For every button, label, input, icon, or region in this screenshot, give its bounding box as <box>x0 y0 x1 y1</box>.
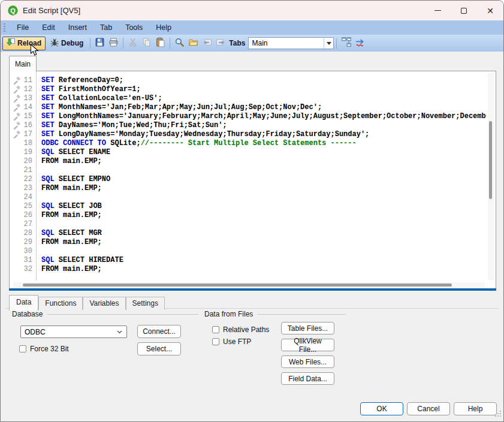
code-text: SQL SELECT EMPNO <box>41 175 486 184</box>
window-title: Edit Script [QV5] <box>23 6 80 15</box>
data-from-files-label: Data from Files <box>204 310 253 318</box>
open-script-button[interactable] <box>186 37 200 50</box>
print-button[interactable] <box>107 37 120 50</box>
debug-button[interactable]: Debug <box>46 37 87 50</box>
close-button[interactable]: ✕ <box>477 1 503 20</box>
checkbox-box[interactable] <box>212 326 219 333</box>
code-text: SET LongDayNames='Monday;Tuesday;Wednesd… <box>41 130 486 139</box>
code-line: 12SET FirstMonthOfYear=1; <box>10 85 486 94</box>
database-select-value: ODBC <box>21 328 117 336</box>
toolbar-separator <box>123 38 123 49</box>
cancel-button[interactable]: Cancel <box>407 402 450 415</box>
code-text: SET FirstMonthOfYear=1; <box>41 85 486 94</box>
line-number: 24 <box>10 193 32 202</box>
tab-selector-combobox[interactable]: Main <box>248 37 334 49</box>
close-icon: ✕ <box>487 7 494 15</box>
force-32bit-checkbox[interactable]: Force 32 Bit <box>19 345 69 353</box>
menu-tools[interactable]: Tools <box>119 21 149 34</box>
database-select[interactable]: ODBC <box>20 325 127 338</box>
code-line: 21 <box>10 166 486 175</box>
tab-data[interactable]: Data <box>9 295 38 311</box>
copy-button[interactable] <box>140 37 153 50</box>
line-number: 15 <box>10 112 32 121</box>
relative-paths-checkbox[interactable]: Relative Paths <box>212 325 269 334</box>
line-number: 22 <box>10 175 32 184</box>
code-text: FROM main.EMP; <box>41 265 486 274</box>
line-number: 13 <box>10 94 32 103</box>
copy-icon <box>141 37 152 50</box>
next-tab-button[interactable] <box>214 37 228 50</box>
code-text: FROM main.EMP; <box>41 238 486 247</box>
code-line: 17SET LongDayNames='Monday;Tuesday;Wedne… <box>10 130 486 139</box>
code-text: SET LongMonthNames='January;February;Mar… <box>41 112 486 121</box>
table-files-button[interactable]: Table Files... <box>281 322 334 334</box>
line-number: 26 <box>10 211 32 220</box>
table-viewer-icon <box>341 37 352 50</box>
maximize-icon <box>461 8 467 14</box>
resize-grip[interactable] <box>494 409 502 420</box>
ok-button[interactable]: OK <box>360 402 403 415</box>
code-line: 19SQL SELECT ENAME <box>10 148 486 157</box>
editor-vertical-scrollbar[interactable] <box>488 73 494 280</box>
titlebar[interactable]: Q Edit Script [QV5] ✕ <box>1 1 503 20</box>
use-ftp-checkbox[interactable]: Use FTP <box>212 337 251 346</box>
menu-file[interactable]: File <box>10 21 35 34</box>
vertical-scroll-thumb[interactable] <box>489 121 492 199</box>
field-data-button[interactable]: Field Data... <box>281 372 334 385</box>
menu-tab[interactable]: Tab <box>93 21 119 34</box>
code-text: SQL SELECT MGR <box>41 229 486 238</box>
menubar-grip[interactable] <box>4 23 5 32</box>
checkbox-box[interactable] <box>212 338 219 345</box>
previous-tab-icon <box>202 37 212 50</box>
help-button[interactable]: Help <box>454 402 497 415</box>
tab-functions[interactable]: Functions <box>38 297 83 310</box>
toolbar-separator <box>90 38 90 49</box>
code-area[interactable]: 11SET ReferenceDay=0;12SET FirstMonthOfY… <box>10 71 486 281</box>
paste-button[interactable] <box>153 37 167 50</box>
svg-text:Q: Q <box>10 7 16 14</box>
web-files-button[interactable]: Web Files... <box>281 355 334 368</box>
qlikview-file-button[interactable]: QlikView File... <box>281 339 334 351</box>
code-line: 26FROM main.EMP; <box>10 211 486 220</box>
tab-page-accent-line <box>9 288 496 291</box>
maximize-button[interactable] <box>451 1 477 20</box>
tab-variables[interactable]: Variables <box>83 297 125 310</box>
line-number: 31 <box>10 256 32 265</box>
code-line: 13SET CollationLocale='en-US'; <box>10 94 486 103</box>
code-line: 25SQL SELECT JOB <box>10 202 486 211</box>
save-button[interactable] <box>93 37 107 50</box>
syntax-check-button[interactable] <box>353 37 367 50</box>
code-text: ODBC CONNECT TO SQLite;//-------- Start … <box>41 139 486 148</box>
script-editor[interactable]: 11SET ReferenceDay=0;12SET FirstMonthOfY… <box>9 71 496 291</box>
code-line: 29FROM main.EMP; <box>10 238 486 247</box>
line-number: 16 <box>10 121 32 130</box>
find-button[interactable] <box>173 37 186 50</box>
code-line: 15SET LongMonthNames='January;February;M… <box>10 112 486 121</box>
editor-horizontal-scrollbar[interactable] <box>13 282 485 288</box>
menu-insert[interactable]: Insert <box>62 21 93 34</box>
minimize-button[interactable] <box>424 1 451 20</box>
cut-icon <box>128 37 138 50</box>
mouse-cursor <box>30 44 40 57</box>
open-folder-icon <box>188 37 198 50</box>
editor-tab-main[interactable]: Main <box>9 56 37 71</box>
tabs-label: Tabs <box>229 39 245 47</box>
line-number: 29 <box>10 238 32 247</box>
menu-edit[interactable]: Edit <box>35 21 62 34</box>
cut-button[interactable] <box>126 37 140 50</box>
horizontal-scroll-thumb[interactable] <box>23 284 452 287</box>
table-viewer-button[interactable] <box>339 37 353 50</box>
search-icon <box>174 37 185 50</box>
code-text: SQL SELECT HIREDATE <box>41 256 486 265</box>
select-button[interactable]: Select... <box>137 342 181 355</box>
qlikview-logo-icon: Q <box>8 5 18 16</box>
reload-icon <box>7 38 16 49</box>
menu-help[interactable]: Help <box>149 21 178 34</box>
tab-settings[interactable]: Settings <box>126 297 165 310</box>
checkbox-box[interactable] <box>19 345 26 352</box>
line-number: 30 <box>10 247 32 256</box>
previous-tab-button[interactable] <box>200 37 214 50</box>
chevron-down-icon[interactable] <box>324 38 333 49</box>
save-icon <box>95 37 105 50</box>
connect-button[interactable]: Connect... <box>137 325 181 338</box>
